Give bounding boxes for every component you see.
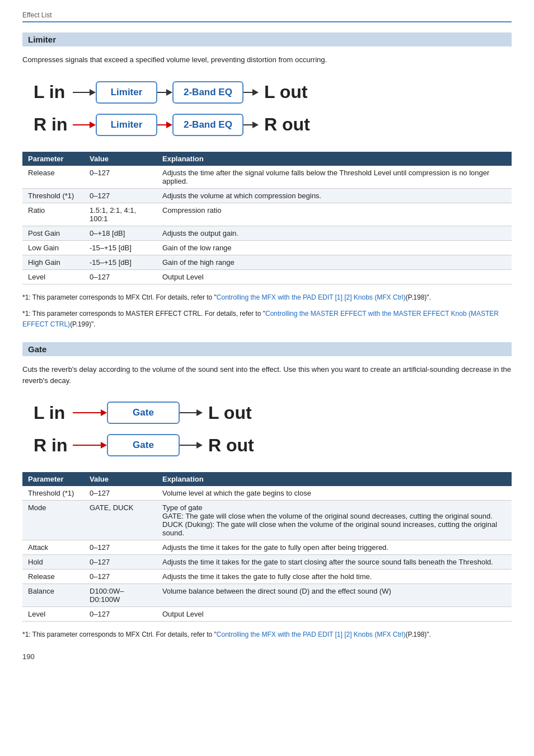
param-name: Post Gain	[22, 226, 84, 240]
gate-description: Cuts the reverb's delay according to the…	[22, 364, 512, 386]
param-explanation: Adjusts the output gain.	[157, 226, 512, 240]
table-row: Release0–127Adjusts the time after the s…	[22, 166, 512, 189]
limiter-l-out: L out	[264, 82, 308, 102]
param-explanation: Volume balance between the direct sound …	[157, 584, 512, 607]
gate-box-r: Gate	[107, 434, 180, 456]
line4	[73, 124, 90, 125]
param-explanation: Type of gateGATE: The gate will close wh…	[157, 501, 512, 540]
limiter-title: Limiter	[22, 32, 512, 46]
limiter-note1-link[interactable]: Controlling the MFX with the PAD EDIT [1…	[217, 293, 406, 301]
limiter-box-l: Limiter	[96, 81, 157, 104]
param-value: 0–127	[84, 166, 157, 189]
param-name: Release	[22, 166, 84, 189]
limiter-table: Parameter Value Explanation Release0–127…	[22, 152, 512, 284]
gate-arrow3	[101, 442, 107, 449]
gate-l-row: L in Gate L out	[34, 402, 500, 424]
limiter-col-value: Value	[84, 152, 157, 166]
gate-diagram: L in Gate L out R in Gate R out	[22, 396, 512, 472]
table-row: BalanceD100:0W–D0:100WVolume balance bet…	[22, 584, 512, 607]
gate-line4	[180, 445, 196, 446]
limiter-r-out: R out	[264, 114, 310, 135]
limiter-l-in: L in	[34, 82, 73, 102]
param-name: Release	[22, 570, 84, 584]
line2	[157, 92, 166, 93]
gate-line3	[73, 445, 101, 446]
table-row: Ratio1.5:1, 2:1, 4:1, 100:1Compression r…	[22, 203, 512, 226]
param-name: Level	[22, 607, 84, 622]
param-value: 0–127	[84, 540, 157, 555]
gate-r-in: R in	[34, 435, 73, 456]
table-row: Threshold (*1)0–127Volume level at which…	[22, 486, 512, 501]
arrow5	[166, 122, 172, 128]
gate-box-l: Gate	[107, 402, 180, 424]
gate-line2	[180, 412, 196, 413]
limiter-section: Limiter Compresses signals that exceed a…	[22, 32, 512, 330]
param-explanation: Gain of the low range	[157, 240, 512, 255]
param-value: D100:0W–D0:100W	[84, 584, 157, 607]
param-explanation: Adjusts the time after the signal volume…	[157, 166, 512, 189]
param-value: -15–+15 [dB]	[84, 240, 157, 255]
table-row: Level0–127Output Level	[22, 269, 512, 284]
param-explanation: Compression ratio	[157, 203, 512, 226]
gate-col-explain: Explanation	[157, 472, 512, 486]
limiter-l-row: L in Limiter 2-Band EQ L out	[34, 81, 500, 104]
param-name: Mode	[22, 501, 84, 540]
arrow3	[252, 89, 259, 96]
table-row: Hold0–127Adjusts the time it takes for t…	[22, 555, 512, 570]
line5	[157, 124, 166, 125]
eq-box-l: 2-Band EQ	[172, 81, 243, 104]
param-explanation: Adjusts the volume at which compression …	[157, 188, 512, 203]
param-explanation: Gain of the high range	[157, 255, 512, 269]
gate-r-row: R in Gate R out	[34, 434, 500, 456]
limiter-col-param: Parameter	[22, 152, 84, 166]
limiter-note2-link[interactable]: Controlling the MASTER EFFECT with the M…	[22, 310, 499, 328]
limiter-note2: *1: This parameter corresponds to MASTER…	[22, 309, 512, 330]
gate-r-out: R out	[208, 435, 254, 456]
limiter-col-explain: Explanation	[157, 152, 512, 166]
gate-arrow2	[196, 409, 203, 416]
param-name: Ratio	[22, 203, 84, 226]
limiter-r-row: R in Limiter 2-Band EQ R out	[34, 114, 500, 136]
param-value: 0–+18 [dB]	[84, 226, 157, 240]
effect-list-header: Effect List	[22, 11, 512, 22]
arrow2	[166, 89, 172, 96]
param-name: Attack	[22, 540, 84, 555]
param-value: -15–+15 [dB]	[84, 255, 157, 269]
table-row: Attack0–127Adjusts the time it takes for…	[22, 540, 512, 555]
param-value: GATE, DUCK	[84, 501, 157, 540]
param-name: Low Gain	[22, 240, 84, 255]
param-name: High Gain	[22, 255, 84, 269]
param-value: 0–127	[84, 188, 157, 203]
gate-note1-link[interactable]: Controlling the MFX with the PAD EDIT [1…	[217, 631, 406, 638]
arrow1	[90, 89, 96, 96]
table-row: Low Gain-15–+15 [dB]Gain of the low rang…	[22, 240, 512, 255]
table-row: ModeGATE, DUCKType of gateGATE: The gate…	[22, 501, 512, 540]
param-value: 0–127	[84, 486, 157, 501]
param-name: Hold	[22, 555, 84, 570]
param-name: Threshold (*1)	[22, 486, 84, 501]
param-explanation: Adjusts the time it takes for the gate t…	[157, 555, 512, 570]
limiter-r-in: R in	[34, 114, 73, 135]
param-explanation: Adjusts the time it takes for the gate t…	[157, 540, 512, 555]
param-value: 0–127	[84, 607, 157, 622]
gate-table: Parameter Value Explanation Threshold (*…	[22, 472, 512, 622]
line3	[243, 92, 252, 93]
param-name: Balance	[22, 584, 84, 607]
param-explanation: Adjusts the time it takes the gate to fu…	[157, 570, 512, 584]
gate-section: Gate Cuts the reverb's delay according t…	[22, 342, 512, 640]
param-value: 0–127	[84, 570, 157, 584]
gate-l-out: L out	[208, 403, 252, 423]
gate-note1: *1: This parameter corresponds to MFX Ct…	[22, 629, 512, 640]
arrow4	[90, 122, 96, 128]
eq-box-r: 2-Band EQ	[172, 114, 243, 136]
table-row: Post Gain0–+18 [dB]Adjusts the output ga…	[22, 226, 512, 240]
limiter-diagram: L in Limiter 2-Band EQ L out R in Limite…	[22, 76, 512, 152]
param-value: 0–127	[84, 269, 157, 284]
limiter-box-r: Limiter	[96, 114, 157, 136]
param-value: 1.5:1, 2:1, 4:1, 100:1	[84, 203, 157, 226]
page-number: 190	[22, 652, 512, 661]
param-name: Threshold (*1)	[22, 188, 84, 203]
gate-title: Gate	[22, 342, 512, 356]
table-row: High Gain-15–+15 [dB]Gain of the high ra…	[22, 255, 512, 269]
table-row: Threshold (*1)0–127Adjusts the volume at…	[22, 188, 512, 203]
